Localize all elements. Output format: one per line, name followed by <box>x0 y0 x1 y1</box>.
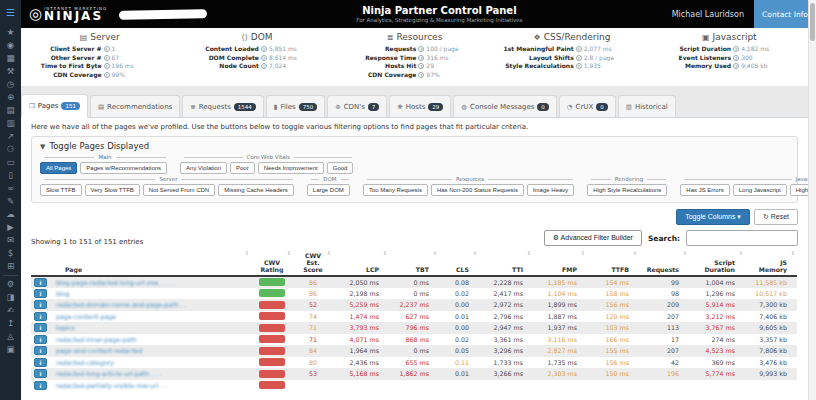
alerts-icon[interactable]: ◬ <box>0 330 21 343</box>
page-url-link[interactable]: redacted-inner-page-path <box>51 336 137 343</box>
column-header-requests[interactable]: Requests↕ <box>639 250 689 276</box>
mobile-icon[interactable]: ▯ <box>0 169 21 182</box>
info-circle-icon[interactable]: ? <box>418 72 424 78</box>
filter-button-pages-w-recommendations[interactable]: Pages w/Recommendations <box>80 162 167 174</box>
page-url-link[interactable]: blog-page-redacted-long-url-one . . . . <box>51 279 174 286</box>
filter-button-good[interactable]: Good <box>327 162 354 174</box>
billing-icon[interactable]: $ <box>0 247 21 260</box>
bar-chart-icon[interactable]: ▥ <box>0 117 21 130</box>
inspect-icon[interactable]: ⚆ <box>0 143 21 156</box>
tools-icon[interactable]: ⚒ <box>0 65 21 78</box>
info-circle-icon[interactable]: ? <box>733 63 739 69</box>
filter-panel-title[interactable]: ▼Toggle Pages Displayed <box>40 141 789 151</box>
media-icon[interactable]: ▣ <box>0 343 21 356</box>
column-header-fmp[interactable]: FMP↕ <box>533 250 587 276</box>
info-circle-icon[interactable]: ? <box>733 55 739 61</box>
row-info-button[interactable]: i <box>34 381 47 390</box>
vertical-scrollbar[interactable] <box>808 0 816 400</box>
page-url-link[interactable]: page-content-page <box>51 313 116 320</box>
info-circle-icon[interactable]: ? <box>261 55 267 61</box>
settings-icon[interactable]: ⚙ <box>0 278 21 291</box>
info-circle-icon[interactable]: ? <box>576 55 582 61</box>
page-url-link[interactable]: topics <box>51 324 75 331</box>
tab-files[interactable]: ▮Files750 <box>266 95 325 117</box>
row-info-button[interactable]: i <box>34 278 47 287</box>
page-url-link[interactable]: redacted-category <box>51 359 114 366</box>
dashboard-icon[interactable]: ▦ <box>0 52 21 65</box>
reports-icon[interactable]: ▤ <box>0 104 21 117</box>
filter-button-has-non-200-status-requests[interactable]: Has Non-200 Status Requests <box>431 184 524 196</box>
info-circle-icon[interactable]: ? <box>104 55 110 61</box>
trends-icon[interactable]: ↗ <box>0 130 21 143</box>
contact-info-button[interactable]: Contact Info <box>754 0 816 28</box>
column-header-rating[interactable]: CWV Rating↕ <box>251 250 293 276</box>
column-header-score[interactable]: CWV Est. Score↕ <box>293 250 333 276</box>
export-icon[interactable]: ↥ <box>0 317 21 330</box>
column-header-memory[interactable]: JS Memory↕ <box>745 250 797 276</box>
filter-button-all-pages[interactable]: All Pages <box>40 162 77 174</box>
column-header-ttfb[interactable]: TTFB↕ <box>587 250 639 276</box>
info-circle-icon[interactable]: ? <box>261 63 267 69</box>
edit-icon[interactable]: ✎ <box>0 195 21 208</box>
page-url-link[interactable]: blog <box>51 290 70 297</box>
info-circle-icon[interactable]: ? <box>733 46 739 52</box>
row-info-button[interactable]: i <box>34 335 47 344</box>
tab-historical[interactable]: ▥Historical <box>618 95 676 117</box>
row-info-button[interactable]: i <box>34 300 47 309</box>
scrollbar-thumb[interactable] <box>810 3 815 41</box>
copy-icon[interactable]: ⊞ <box>0 260 21 273</box>
filter-button-large-dom[interactable]: Large DOM <box>307 184 350 196</box>
column-header-cls[interactable]: CLS↕ <box>439 250 479 276</box>
tab-hosts[interactable]: ❋Hosts29 <box>389 95 451 117</box>
favorites-icon[interactable]: ★ <box>0 26 21 39</box>
column-header-tti[interactable]: TTI↕ <box>479 250 533 276</box>
filter-button-very-slow-ttfb[interactable]: Very Slow TTFB <box>85 184 140 196</box>
cloud-icon[interactable]: ☁ <box>0 208 21 221</box>
filter-button-any-violation[interactable]: Any Violation <box>180 162 227 174</box>
page-url-link[interactable]: redacted-partially-visible-row-url . . <box>51 382 166 389</box>
info-circle-icon[interactable]: ? <box>418 46 424 52</box>
advanced-filter-builder-button[interactable]: ⚙ Advanced Filter Builder <box>544 230 642 246</box>
column-header-tbt[interactable]: TBT↕ <box>389 250 439 276</box>
video-icon[interactable]: ▶ <box>0 221 21 234</box>
info-circle-icon[interactable]: ? <box>104 46 110 52</box>
info-circle-icon[interactable]: ? <box>104 72 110 78</box>
reset-button[interactable]: ↻ Reset <box>754 209 798 225</box>
info-circle-icon[interactable]: ? <box>418 63 424 69</box>
profile-icon[interactable]: ◉ <box>0 39 21 52</box>
ninjas-logo[interactable]: ◎ INTERNET MARKETING NINJAS <box>29 6 107 22</box>
row-info-button[interactable]: i <box>34 369 47 378</box>
page-url-link[interactable]: redacted-long-article-url-path . . . <box>51 370 161 377</box>
menu-icon[interactable]: ☰ <box>6 0 15 26</box>
filter-button-high-memory-usage[interactable]: High Memory Usage <box>790 184 808 196</box>
filter-button-long-javascript[interactable]: Long Javascript <box>733 184 787 196</box>
page-url-link[interactable]: redacted-domain-name-and-page-path . . <box>51 301 187 308</box>
column-header-lcp[interactable]: LCP↕ <box>333 250 389 276</box>
notes-icon[interactable]: ✍ <box>0 304 21 317</box>
filter-button-has-js-errors[interactable]: Has JS Errors <box>680 184 729 196</box>
tab-cdn-s[interactable]: ⊕CDN's7 <box>327 95 387 117</box>
row-info-button[interactable]: i <box>34 346 47 355</box>
filter-button-image-heavy[interactable]: Image Heavy <box>527 184 574 196</box>
history-icon[interactable]: ◷ <box>0 78 21 91</box>
filter-button-poor[interactable]: Poor <box>230 162 255 174</box>
info-circle-icon[interactable]: ? <box>261 46 267 52</box>
row-info-button[interactable]: i <box>34 358 47 367</box>
toggle-columns-button[interactable]: Toggle Columns ▾ <box>676 209 750 225</box>
info-circle-icon[interactable]: ? <box>104 63 110 69</box>
info-circle-icon[interactable]: ? <box>576 63 582 69</box>
user-name[interactable]: Michael Lauridson <box>672 10 744 19</box>
filter-button-too-many-requests[interactable]: Too Many Requests <box>363 184 428 196</box>
filter-button-slow-ttfb[interactable]: Slow TTFB <box>40 184 82 196</box>
filter-button-high-style-recalculations[interactable]: High Style Recalculations <box>587 184 667 196</box>
filter-button-not-served-from-cdn[interactable]: Not Served From CDN <box>143 184 215 196</box>
column-header-script[interactable]: Script Duration↕ <box>689 250 745 276</box>
tab-requests[interactable]: ≣Requests1544 <box>182 95 264 117</box>
links-icon[interactable]: ∞ <box>0 182 21 195</box>
layout-icon[interactable]: ◨ <box>0 291 21 304</box>
info-circle-icon[interactable]: ? <box>576 46 582 52</box>
filter-button-needs-improvement[interactable]: Needs Improvement <box>258 162 324 174</box>
web-icon[interactable]: ⊕ <box>0 91 21 104</box>
mail-icon[interactable]: ✉ <box>0 234 21 247</box>
tab-console-messages[interactable]: ◍Console Messages0 <box>453 95 557 117</box>
